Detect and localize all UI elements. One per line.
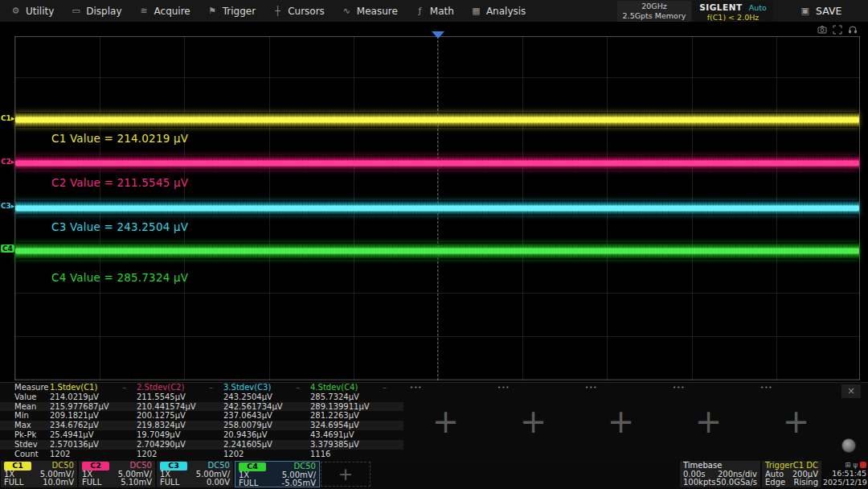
measure-slot-empty-5[interactable]: ••• +: [752, 383, 840, 460]
menu-display[interactable]: ▭Display: [71, 6, 121, 17]
headset-icon[interactable]: [848, 25, 858, 35]
row-label: Min: [14, 411, 29, 421]
measure-slot-empty-1[interactable]: ••• +: [402, 383, 489, 460]
menu-utility[interactable]: ⚙Utility: [10, 6, 54, 17]
waveform-c3[interactable]: [15, 200, 859, 216]
add-channel-button[interactable]: +: [321, 462, 371, 487]
menu-analysis-label: Analysis: [486, 6, 526, 17]
add-measurement-icon[interactable]: +: [665, 405, 752, 438]
row-label: Stdev: [14, 440, 38, 450]
menu-measure[interactable]: ∿Measure: [342, 6, 398, 17]
cell-value: 289.139911μV: [310, 402, 370, 412]
c1-offset: 10.0mV: [43, 479, 74, 487]
menu-math[interactable]: ƒMath: [415, 6, 454, 17]
cell-value: 2.704290μV: [137, 440, 186, 450]
menu-utility-label: Utility: [26, 6, 54, 17]
cell-value: 20.9436μV: [223, 430, 268, 440]
menu-items: ⚙Utility ▭Display ≋Acquire ⚑Trigger ┼Cur…: [0, 6, 526, 17]
memory-label: 2.5Gpts Memory: [617, 11, 691, 21]
c4-bandwidth: FULL: [239, 479, 258, 488]
measure-header-label: Measure: [14, 383, 49, 392]
close-measure-panel-icon[interactable]: ×: [841, 384, 861, 398]
add-measurement-icon[interactable]: +: [752, 405, 840, 438]
waveform-c1[interactable]: [15, 112, 859, 128]
measure-slot-empty-3[interactable]: ••• +: [577, 383, 665, 460]
cell-value: 200.1275μV: [137, 411, 186, 421]
usb-icon: ψ: [853, 461, 858, 469]
save-icon: ▣: [801, 6, 809, 16]
slot-more-icon[interactable]: •••: [497, 384, 510, 391]
fullscreen-icon[interactable]: [833, 25, 842, 35]
trigger-box[interactable]: TriggerC1 DC Auto200μV EdgeRising: [762, 461, 821, 487]
add-measurement-icon[interactable]: +: [489, 405, 577, 438]
trigger-type: Edge: [765, 479, 785, 487]
trigger-position-marker[interactable]: [432, 31, 444, 39]
channel-box-c3[interactable]: C3DC50 1X5.00mV/ FULL0.00V: [157, 461, 233, 487]
column-separator: –: [209, 383, 213, 392]
timebase-box[interactable]: Timebase 0.00s200ns/div 100kpts50.0GSa/s: [680, 461, 760, 487]
save-label: SAVE: [816, 5, 841, 17]
channel-marker-c1[interactable]: C1▸: [1, 114, 14, 122]
measure-col1-name[interactable]: 1.Stdev(C1): [50, 383, 97, 392]
channel-box-c2[interactable]: C2DC50 1X5.00mV/ FULL5.10mV: [79, 461, 155, 487]
flag-icon: ⚑: [207, 6, 218, 16]
menu-cursors[interactable]: ┼Cursors: [272, 6, 325, 17]
cell-value: 43.4691μV: [310, 430, 354, 440]
cell-value: 258.0079μV: [223, 421, 272, 430]
menu-analysis[interactable]: ▦Analysis: [471, 6, 526, 17]
slot-more-icon[interactable]: •••: [760, 384, 772, 391]
channel-box-c4-selected[interactable]: C4DC50 1X5.00mV/ FULL-5.05mV: [235, 461, 320, 487]
channel-marker-c4[interactable]: C4: [1, 244, 14, 253]
add-measurement-icon[interactable]: +: [577, 405, 665, 438]
c4-value-label: C4 Value = 285.7324 μV: [51, 271, 188, 284]
slot-more-icon[interactable]: •••: [585, 384, 597, 391]
c4-offset: -5.05mV: [282, 479, 316, 488]
cell-value: 19.7049μV: [137, 430, 181, 440]
slot-more-icon[interactable]: •••: [673, 384, 685, 391]
channel-box-c1[interactable]: C1DC50 1X5.00mV/ FULL10.0mV: [1, 461, 77, 487]
measure-col2-name[interactable]: 2.Stdev(C2): [137, 383, 184, 392]
waveform-c4[interactable]: [15, 242, 859, 260]
c4-tag: C4: [239, 462, 266, 471]
waveform-c2[interactable]: [15, 155, 859, 171]
row-label: Mean: [14, 402, 36, 412]
siglent-logo: SIGLENT: [699, 2, 742, 12]
cell-value: 285.7324μV: [310, 392, 359, 402]
menu-measure-label: Measure: [357, 6, 398, 17]
add-measurement-icon[interactable]: +: [402, 405, 489, 438]
trigger-source: C1 DC: [793, 462, 818, 471]
camera-icon[interactable]: [817, 25, 827, 35]
hardware-info: 20GHz 2.5Gpts Memory: [617, 1, 691, 22]
top-menu-bar: ⚙Utility ▭Display ≋Acquire ⚑Trigger ┼Cur…: [0, 0, 868, 23]
row-label: Count: [14, 450, 39, 459]
c2-offset: 5.10mV: [121, 479, 152, 487]
column-separator: –: [296, 383, 300, 392]
brand-status-box: SIGLENTAuto f(C1) < 2.0Hz: [693, 1, 773, 22]
slot-more-icon[interactable]: •••: [410, 384, 422, 391]
measurement-panel: Measure 1.Stdev(C1) 2.Stdev(C2) 3.Stdev(…: [0, 382, 868, 459]
cell-value: 1202: [223, 450, 244, 459]
crosshair-icon: ┼: [272, 6, 283, 16]
cell-value: 214.0219μV: [50, 392, 99, 402]
lan-icon: ⊞: [845, 461, 850, 469]
timebase-title: Timebase: [683, 462, 722, 471]
measure-col3-name[interactable]: 3.Stdev(C3): [223, 383, 271, 392]
c4-coupling: DC50: [294, 462, 316, 471]
channel-marker-c2[interactable]: C2▸: [1, 158, 14, 166]
cell-value: 1116: [310, 450, 330, 459]
menu-acquire[interactable]: ≋Acquire: [139, 6, 190, 17]
c3-tag: C3: [160, 462, 187, 471]
bottom-status-bar: C1DC50 1X5.00mV/ FULL10.0mV C2DC50 1X5.0…: [0, 459, 868, 489]
cell-value: 281.2263μV: [310, 411, 359, 421]
measure-slot-empty-4[interactable]: ••• +: [665, 383, 752, 460]
c1-value-label: C1 Value = 214.0219 μV: [51, 132, 188, 145]
knob-handle-icon[interactable]: [841, 438, 856, 453]
menu-trigger[interactable]: ⚑Trigger: [207, 6, 256, 17]
clock-area: ⊞ ψ 16:51:45 2025/12/19: [823, 461, 866, 487]
save-button[interactable]: ▣ SAVE: [781, 0, 862, 22]
c1-bandwidth: FULL: [4, 479, 23, 487]
channel-marker-c3[interactable]: C3▸: [1, 202, 14, 210]
measure-col4-name[interactable]: 4.Stdev(C4): [310, 383, 358, 392]
c3-value-label: C3 Value = 243.2504 μV: [51, 220, 188, 233]
measure-slot-empty-2[interactable]: ••• +: [489, 383, 577, 460]
